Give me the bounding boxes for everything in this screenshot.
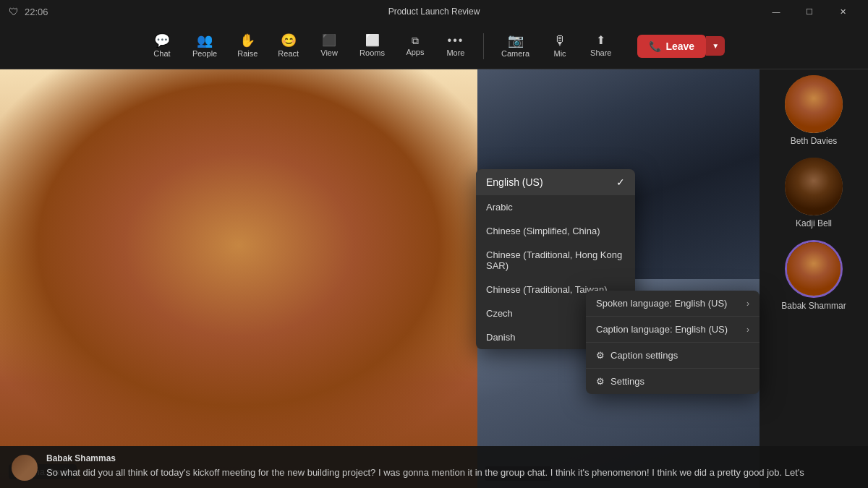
leave-caret-button[interactable]: ▼ (706, 36, 725, 56)
caption-language-option[interactable]: Caption language: English (US) › (586, 317, 760, 343)
sidebar-participant-beth[interactable]: Beth Davies (785, 75, 843, 146)
caption-language-label: Caption language: English (US) (596, 324, 728, 335)
more-label: More (446, 48, 464, 57)
rooms-icon: ⬜ (365, 35, 380, 46)
titlebar: 🛡 22:06 Product Launch Review — ☐ ✕ (0, 0, 868, 23)
minimize-button[interactable]: — (760, 0, 793, 23)
raise-label: Raise (237, 49, 258, 58)
share-label: Share (590, 48, 611, 57)
caption-settings-panel: Spoken language: English (US) › Caption … (586, 291, 760, 394)
mic-button[interactable]: 🎙 Mic (541, 30, 579, 62)
beth-avatar (785, 75, 843, 133)
people-icon: 👥 (197, 34, 213, 47)
beth-avatar-bg (785, 75, 843, 133)
phone-icon: 📞 (649, 40, 661, 52)
camera-label: Camera (501, 49, 529, 58)
spoken-language-label: Spoken language: English (US) (596, 298, 727, 309)
leave-label: Leave (665, 40, 694, 52)
mic-label: Mic (554, 49, 566, 58)
raise-icon: ✋ (239, 34, 255, 47)
apps-button[interactable]: ⧉ Apps (396, 31, 434, 61)
babak-avatar-bg (787, 242, 841, 296)
caption-settings-button[interactable]: ⚙ Caption settings (586, 343, 760, 368)
camera-button[interactable]: 📷 Camera (493, 30, 538, 62)
language-chinese-hk[interactable]: Chinese (Traditional, Hong Kong SAR) (476, 243, 635, 278)
main-content: Serena Davis Aadi Kapoor Charlotte de C … (0, 69, 868, 488)
shield-icon: 🛡 (9, 6, 19, 17)
react-label: React (278, 49, 299, 58)
leave-button-group: 📞 Leave ▼ (631, 35, 725, 58)
apps-label: Apps (406, 48, 424, 56)
react-button[interactable]: 😊 React (269, 30, 307, 62)
toolbar-separator (483, 33, 484, 59)
kadji-name: Kadji Bell (796, 218, 832, 228)
caption-avatar (12, 455, 38, 481)
gear-icon: ⚙ (596, 350, 605, 361)
chat-icon: 💬 (154, 34, 170, 47)
people-label: People (192, 49, 217, 58)
chat-button[interactable]: 💬 Chat (143, 30, 181, 62)
rooms-label: Rooms (359, 48, 385, 57)
share-button[interactable]: ⬆ Share (582, 30, 620, 61)
chat-label: Chat (153, 49, 170, 58)
more-button[interactable]: ••• More (437, 30, 475, 61)
toolbar: 💬 Chat 👥 People ✋ Raise 😊 React ⬛ View ⬜… (0, 23, 868, 69)
serena-video (0, 69, 477, 488)
window-title: Product Launch Review (388, 7, 480, 17)
caption-settings-label: Caption settings (610, 350, 678, 361)
rooms-button[interactable]: ⬜ Rooms (351, 30, 393, 61)
caption-sender: Babak Shammas (46, 453, 856, 463)
main-video-bg (0, 69, 477, 488)
main-video-tile: Serena Davis (0, 69, 477, 488)
window-controls: — ☐ ✕ (760, 0, 859, 23)
toolbar-group-media: 📷 Camera 🎙 Mic ⬆ Share (493, 30, 620, 62)
dropdown-check-icon: ✓ (616, 176, 625, 188)
spoken-language-chevron: › (746, 299, 749, 309)
settings-gear-icon: ⚙ (596, 376, 605, 387)
spoken-language-option[interactable]: Spoken language: English (US) › (586, 291, 760, 317)
dropdown-selected-item[interactable]: English (US) ✓ (476, 169, 635, 195)
close-button[interactable]: ✕ (826, 0, 859, 23)
language-chinese-simplified[interactable]: Chinese (Simplified, China) (476, 219, 635, 243)
time-display: 22:06 (25, 7, 48, 17)
caption-text: So what did you all think of today's kic… (46, 466, 856, 479)
sidebar-participant-babak[interactable]: Babak Shammar (781, 240, 846, 311)
caption-text-block: Babak Shammas So what did you all think … (46, 453, 856, 479)
view-icon: ⬛ (322, 35, 336, 46)
camera-icon: 📷 (508, 34, 524, 47)
kadji-avatar (785, 158, 843, 215)
people-button[interactable]: 👥 People (184, 30, 226, 62)
kadji-avatar-bg (785, 158, 843, 215)
babak-avatar (785, 240, 843, 298)
settings-button[interactable]: ⚙ Settings (586, 368, 760, 394)
react-icon: 😊 (281, 34, 297, 47)
more-icon: ••• (448, 35, 464, 46)
leave-button[interactable]: 📞 Leave (637, 35, 706, 58)
raise-button[interactable]: ✋ Raise (229, 30, 266, 62)
view-button[interactable]: ⬛ View (310, 30, 348, 61)
caption-bar: Babak Shammas So what did you all think … (0, 446, 868, 488)
view-label: View (320, 48, 338, 57)
maximize-button[interactable]: ☐ (793, 0, 826, 23)
toolbar-group-main: 💬 Chat 👥 People ✋ Raise 😊 React ⬛ View ⬜… (143, 30, 475, 62)
beth-name: Beth Davies (791, 136, 838, 146)
participants-sidebar: Beth Davies Kadji Bell Babak Shammar (760, 69, 868, 488)
babak-name: Babak Shammar (781, 301, 846, 311)
selected-language-text: English (US) (486, 176, 543, 188)
share-icon: ⬆ (596, 35, 605, 46)
apps-icon: ⧉ (412, 35, 419, 46)
sidebar-participant-kadji[interactable]: Kadji Bell (785, 158, 843, 228)
caption-language-chevron: › (746, 325, 749, 335)
mic-icon: 🎙 (553, 34, 566, 47)
settings-label: Settings (610, 376, 644, 387)
language-arabic[interactable]: Arabic (476, 195, 635, 219)
